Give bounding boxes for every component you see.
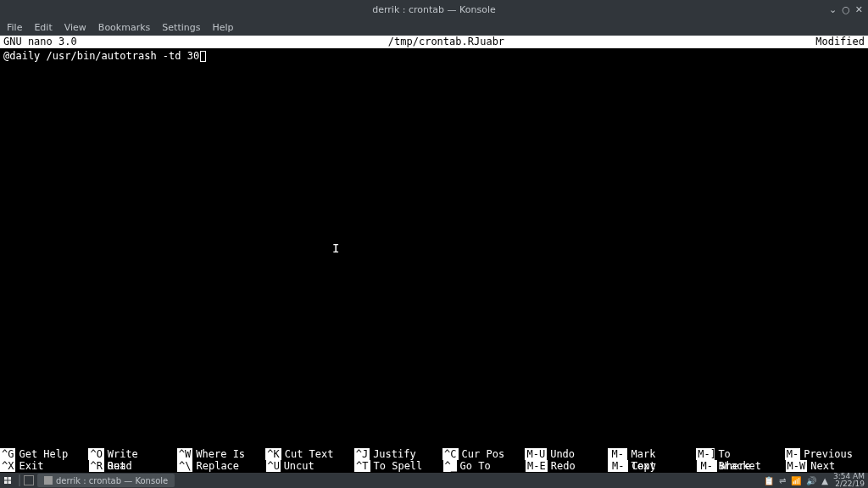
shortcut-label: Write Out — [108, 448, 162, 460]
task-item-konsole[interactable]: derrik : crontab — Konsole — [37, 474, 175, 487]
shortcut-label: Redo — [551, 460, 576, 472]
pager-icon[interactable] — [24, 475, 34, 485]
shortcut-label: Previous — [804, 448, 853, 460]
clipboard-icon[interactable]: 📋 — [764, 476, 774, 485]
shortcut-key: ^X — [0, 460, 15, 472]
shortcut-key: ^K — [265, 448, 281, 460]
shortcut-key: M-E — [526, 460, 548, 472]
menu-edit[interactable]: Edit — [34, 22, 52, 33]
nano-status: Modified — [815, 36, 865, 48]
shortcut-key: ^W — [177, 448, 192, 460]
menubar: File Edit View Bookmarks Settings Help — [0, 19, 868, 36]
shortcut-key: M-A — [608, 448, 628, 460]
shortcut-label: Where Was — [721, 460, 771, 472]
task-label: derrik : crontab — Konsole — [56, 476, 168, 485]
shortcut-key: ^U — [266, 460, 281, 472]
editor-area[interactable]: @daily /usr/bin/autotrash -td 30 I — [0, 48, 868, 448]
terminal[interactable]: GNU nano 3.0 /tmp/crontab.RJuabr Modifie… — [0, 36, 868, 473]
shortcut-label: Justify — [373, 448, 416, 460]
shortcut-key: ^G — [0, 448, 15, 460]
shortcut-label: Exit — [19, 460, 43, 472]
menu-settings[interactable]: Settings — [162, 22, 200, 33]
text-cursor-icon: I — [332, 241, 339, 255]
shortcut-key: M-Q — [697, 460, 717, 472]
taskbar-separator — [19, 474, 20, 486]
shortcut-label: Cur Pos — [462, 448, 505, 460]
shortcut-label: To Bracket — [718, 448, 769, 460]
shortcut-label: Copy Text — [632, 460, 682, 472]
nano-footer: ^GGet Help ^OWrite Out ^WWhere Is ^KCut … — [0, 448, 868, 473]
shortcut-label: Go To Line — [460, 460, 510, 472]
maximize-icon[interactable]: ○ — [842, 4, 850, 15]
shortcut-label: To Spell — [374, 460, 423, 472]
shortcut-key: M-W — [786, 460, 808, 472]
nano-shortcuts-row-1: ^GGet Help ^OWrite Out ^WWhere Is ^KCut … — [0, 448, 868, 460]
shortcut-key: ^O — [88, 448, 103, 460]
clock-date: 2/22/19 — [833, 480, 865, 488]
nano-shortcuts-row-2: ^XExit ^RRead File ^\Replace ^UUncut Tex… — [0, 460, 868, 472]
taskbar: derrik : crontab — Konsole 📋 ⇌ 📶 🔊 ▲ 3:5… — [0, 473, 868, 488]
nano-header: GNU nano 3.0 /tmp/crontab.RJuabr Modifie… — [0, 36, 868, 48]
shortcut-key: ^R — [89, 460, 104, 472]
nano-filename: /tmp/crontab.RJuabr — [77, 36, 816, 48]
shortcut-label: Where Is — [196, 448, 245, 460]
shortcut-key: ^_ — [443, 460, 457, 472]
window-titlebar: derrik : crontab — Konsole ⌄ ○ ✕ — [0, 0, 868, 19]
application-launcher-icon[interactable] — [0, 473, 15, 488]
menu-file[interactable]: File — [7, 22, 22, 33]
shortcut-key: M-U — [525, 448, 547, 460]
shortcut-key: ^\ — [177, 460, 192, 472]
menu-view[interactable]: View — [64, 22, 86, 33]
window-controls: ⌄ ○ ✕ — [829, 0, 863, 19]
nano-version: GNU nano 3.0 — [3, 36, 77, 48]
window-title: derrik : crontab — Konsole — [372, 4, 495, 15]
editor-content: @daily /usr/bin/autotrash -td 30 — [3, 50, 199, 62]
chevron-up-icon[interactable]: ▲ — [821, 476, 828, 485]
shortcut-label: Undo — [550, 448, 575, 460]
shortcut-label: Cut Text — [285, 448, 334, 460]
shortcut-key: M-6 — [608, 460, 628, 472]
volume-icon[interactable]: 🔊 — [806, 476, 816, 485]
wifi-icon[interactable]: 📶 — [791, 476, 801, 485]
shortcut-label: Uncut Text — [284, 460, 339, 472]
konsole-icon — [44, 476, 53, 485]
menu-bookmarks[interactable]: Bookmarks — [98, 22, 150, 33]
close-icon[interactable]: ✕ — [855, 4, 863, 15]
minimize-icon[interactable]: ⌄ — [829, 4, 837, 15]
shortcut-label: Get Help — [19, 448, 68, 460]
shortcut-label: Replace — [196, 460, 239, 472]
shortcut-key: ^T — [354, 460, 370, 472]
shortcut-label: Read File — [108, 460, 162, 472]
shortcut-key: ^C — [442, 448, 458, 460]
shortcut-key: M-Q — [785, 448, 800, 460]
shortcut-label: Mark Text — [631, 448, 681, 460]
clock[interactable]: 3:54 AM 2/22/19 — [833, 473, 865, 488]
network-icon[interactable]: ⇌ — [779, 476, 786, 485]
shortcut-label: Next — [810, 460, 835, 472]
menu-help[interactable]: Help — [212, 22, 233, 33]
shortcut-key: ^J — [354, 448, 370, 460]
cursor — [200, 51, 206, 62]
shortcut-key: M-] — [696, 448, 715, 460]
system-tray: 📋 ⇌ 📶 🔊 ▲ 3:54 AM 2/22/19 — [764, 473, 865, 488]
